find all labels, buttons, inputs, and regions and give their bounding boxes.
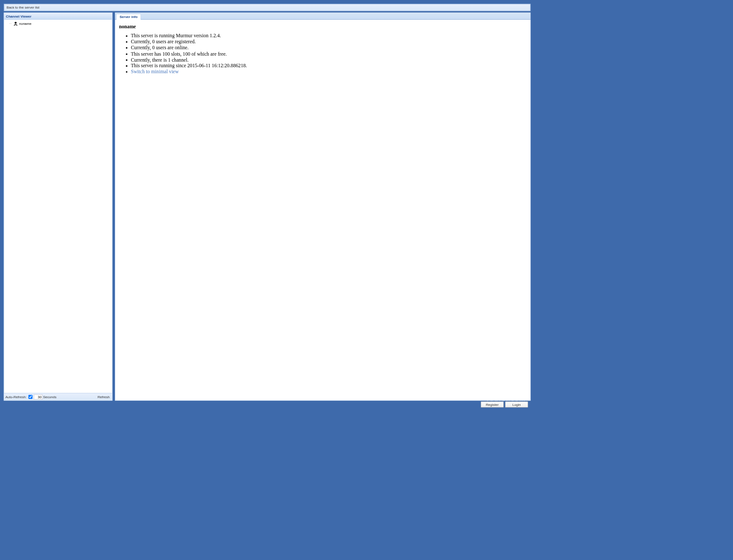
auto-refresh-label: Auto-Refresh: bbox=[5, 395, 26, 399]
mumble-icon bbox=[13, 21, 18, 26]
refresh-button[interactable]: Refresh bbox=[96, 394, 111, 399]
list-item: This server is running since 2015-06-11 … bbox=[131, 63, 527, 69]
list-item: This server has 100 slots, 100 of which … bbox=[131, 51, 527, 57]
server-info-list: This server is running Murmur version 1.… bbox=[119, 33, 527, 75]
minimal-view-link[interactable]: Switch to minimal view bbox=[131, 69, 179, 74]
sidebar-footer: Auto-Refresh: Seconds Refresh bbox=[4, 393, 112, 400]
tree-connector-icon bbox=[9, 23, 12, 24]
tree-root-label: noname bbox=[19, 21, 31, 25]
tab-server-info[interactable]: Server info bbox=[116, 14, 141, 20]
list-item: Currently, 0 users are online. bbox=[131, 45, 527, 51]
register-button[interactable]: Register bbox=[481, 401, 504, 408]
bottom-buttons: Register Login bbox=[481, 401, 528, 408]
list-item: This server is running Murmur version 1.… bbox=[131, 33, 527, 39]
top-bar: Back to the server list bbox=[4, 4, 531, 11]
back-link[interactable]: Back to the server list bbox=[6, 6, 39, 9]
channel-viewer-header: Channel Viewer bbox=[4, 13, 112, 20]
list-item: Currently, there is 1 channel. bbox=[131, 57, 527, 63]
tree-root-item[interactable]: noname bbox=[6, 21, 110, 26]
right-panel: Server info noname This server is runnin… bbox=[115, 12, 530, 401]
server-info-content: noname This server is running Murmur ver… bbox=[115, 20, 530, 401]
list-item: Currently, 0 users are registered. bbox=[131, 39, 527, 45]
channel-tree: noname bbox=[4, 20, 112, 393]
login-button[interactable]: Login bbox=[505, 401, 528, 408]
main-area: Channel Viewer noname Auto-Refresh: Seco… bbox=[4, 12, 531, 401]
auto-refresh-checkbox[interactable] bbox=[28, 395, 32, 399]
list-item: Switch to minimal view bbox=[131, 69, 527, 74]
tab-strip: Server info bbox=[115, 12, 530, 20]
refresh-interval-unit: Seconds bbox=[43, 395, 57, 399]
refresh-interval-input[interactable] bbox=[34, 394, 42, 399]
channel-viewer-panel: Channel Viewer noname Auto-Refresh: Seco… bbox=[4, 12, 113, 401]
app-frame: Back to the server list Channel Viewer n… bbox=[4, 4, 531, 401]
server-name-heading: noname bbox=[119, 24, 527, 30]
svg-point-0 bbox=[15, 22, 17, 24]
